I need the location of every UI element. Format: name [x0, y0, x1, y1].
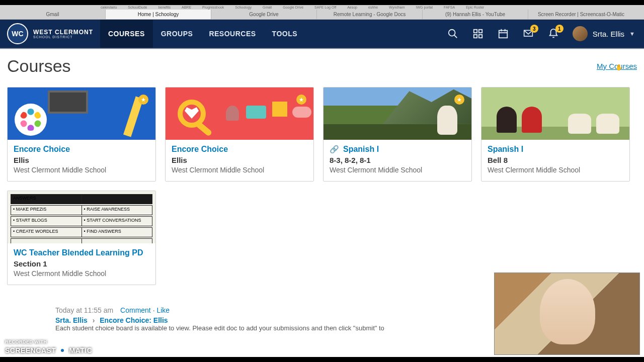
logo-badge: WC: [7, 23, 28, 44]
nav-courses[interactable]: COURSES: [100, 20, 153, 48]
bookmarks-bar: calendarioSchoolDudebenefitsABREProgress…: [0, 5, 644, 10]
bookmark-item[interactable]: Epic Roster: [466, 6, 484, 9]
nav-tools[interactable]: TOOLS: [264, 20, 305, 48]
feed-author[interactable]: Srta. Ellis: [55, 316, 88, 324]
svg-rect-3: [479, 30, 482, 33]
star-icon[interactable]: ★: [138, 95, 148, 105]
bookmark-item[interactable]: Google Drive: [283, 6, 303, 9]
mail-icon[interactable]: 3: [522, 28, 534, 40]
course-image: ★: [166, 87, 313, 140]
bookmark-item[interactable]: Wyndham: [389, 6, 405, 9]
browser-tab[interactable]: (9) Hannah Ellis - YouTube: [423, 10, 528, 19]
bookmark-item[interactable]: IWG portal: [416, 6, 433, 9]
svg-rect-5: [479, 35, 482, 38]
brand-line2: SCHOOL DISTRICT: [33, 35, 93, 39]
course-title[interactable]: Spanish I: [488, 145, 623, 154]
bookmark-item[interactable]: Aesop: [347, 6, 357, 9]
mail-badge: 3: [530, 25, 538, 33]
course-title[interactable]: 🔗Spanish I: [330, 145, 465, 154]
notif-badge: 1: [555, 25, 564, 33]
course-title[interactable]: Encore Choice: [172, 145, 307, 154]
feed-desc: Each student choice board is available t…: [55, 324, 493, 332]
bell-icon[interactable]: 1: [547, 28, 559, 40]
bookmark-item[interactable]: FAFSA: [444, 6, 455, 9]
bookmark-item[interactable]: ABRE: [182, 6, 191, 9]
browser-tab[interactable]: Google Drive: [211, 10, 317, 19]
course-card[interactable]: ANSWERS• MAKE PREZIS• RAISE AWARENESS• S…: [7, 191, 156, 285]
star-icon[interactable]: ★: [454, 95, 464, 105]
avatar: [573, 26, 588, 41]
bookmark-item[interactable]: calendario: [101, 6, 117, 9]
course-section: 8-3, 8-2, 8-1: [330, 156, 465, 164]
course-image: ★: [8, 87, 155, 140]
bookmark-item[interactable]: benefits: [158, 6, 171, 9]
browser-tab[interactable]: Screen Recorder | Screencast-O-Matic: [528, 10, 634, 19]
chevron-down-icon: ▼: [629, 31, 635, 37]
course-card[interactable]: ★Encore ChoiceEllisWest Clermont Middle …: [165, 87, 314, 182]
course-card[interactable]: ★Encore ChoiceEllisWest Clermont Middle …: [7, 87, 156, 182]
like-link[interactable]: Like: [156, 306, 170, 314]
course-section: Ellis: [14, 156, 149, 164]
bookmark-item[interactable]: Schoology: [235, 6, 252, 9]
svg-rect-4: [474, 35, 477, 38]
course-card[interactable]: Spanish IBell 8West Clermont Middle Scho…: [481, 87, 630, 182]
browser-tab[interactable]: Remote Learning - Google Docs: [317, 10, 423, 19]
watermark: RECORDED WITH SCREENCASTMATIC: [5, 340, 92, 356]
feed-course[interactable]: Encore Choice: Ellis: [100, 316, 168, 324]
nav-groups[interactable]: GROUPS: [153, 20, 201, 48]
comment-link[interactable]: Comment: [120, 306, 151, 314]
logo[interactable]: WC WEST CLERMONT SCHOOL DISTRICT: [0, 23, 100, 44]
course-image: [481, 87, 629, 140]
bookmark-item[interactable]: SchoolDude: [128, 6, 147, 9]
browser-tabs: GmailHome | SchoologyGoogle DriveRemote …: [0, 10, 644, 20]
brand-line1: WEST CLERMONT: [33, 29, 93, 35]
browser-tab[interactable]: Gmail: [0, 10, 106, 19]
nav-resources[interactable]: RESOURCES: [201, 20, 264, 48]
app-header: WC WEST CLERMONT SCHOOL DISTRICT COURSES…: [0, 20, 644, 48]
user-menu[interactable]: Srta. Ellis ▼: [573, 26, 635, 41]
my-courses-link[interactable]: My Courses: [597, 62, 637, 70]
course-section: Bell 8: [488, 156, 623, 164]
course-title[interactable]: WC Teacher Blended Learning PD: [14, 248, 149, 257]
course-card[interactable]: ★🔗Spanish I8-3, 8-2, 8-1West Clermont Mi…: [323, 87, 472, 182]
calendar-icon[interactable]: [497, 28, 509, 40]
course-image: ANSWERS• MAKE PREZIS• RAISE AWARENESS• S…: [8, 191, 155, 243]
star-icon[interactable]: ★: [296, 95, 306, 105]
svg-point-0: [449, 30, 455, 36]
course-image: ★: [324, 87, 471, 140]
svg-rect-6: [499, 31, 508, 38]
course-section: Section 1: [14, 259, 149, 268]
bookmark-item[interactable]: SAFE Log Off: [314, 6, 336, 9]
page-title: Courses: [7, 56, 71, 76]
activity-feed: Today at 11:55 am Comment · Like Srta. E…: [20, 304, 493, 332]
user-name: Srta. Ellis: [593, 30, 624, 38]
bookmark-item[interactable]: eshhe: [368, 6, 378, 9]
feed-time: Today at 11:55 am: [55, 306, 113, 314]
browser-tab[interactable]: Home | Schoology: [106, 10, 211, 19]
link-icon: 🔗: [330, 145, 339, 154]
bookmark-item[interactable]: Progressbook: [202, 6, 224, 9]
search-icon[interactable]: [447, 28, 459, 40]
webcam-overlay: [494, 273, 640, 355]
svg-line-1: [454, 35, 457, 38]
apps-grid-icon[interactable]: [472, 28, 484, 40]
svg-rect-2: [474, 30, 477, 33]
course-section: Ellis: [172, 156, 307, 164]
course-title[interactable]: Encore Choice: [14, 145, 149, 154]
bookmark-item[interactable]: Gmail: [263, 6, 272, 9]
